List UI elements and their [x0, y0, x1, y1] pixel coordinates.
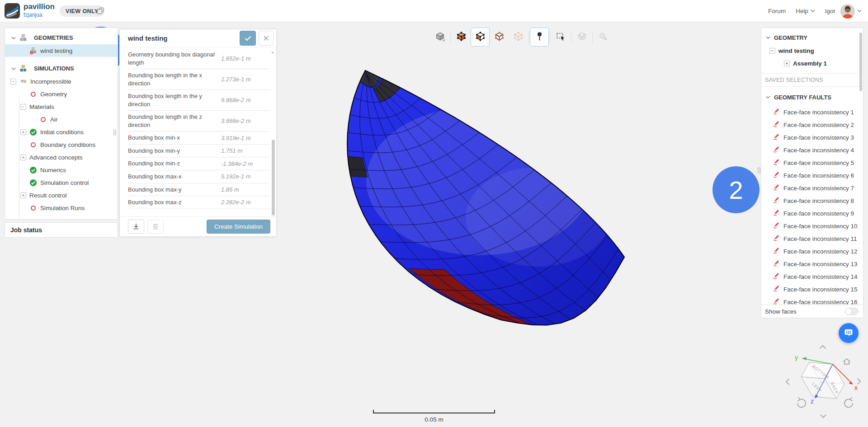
fault-item-label: Face-face inconsistency 11 — [783, 235, 857, 242]
geometry-faults-header[interactable]: GEOMETRY FAULTS — [761, 90, 863, 104]
navigation-cube[interactable]: BOTTOM LEFT BACK y x z — [782, 343, 868, 427]
property-row[interactable]: Bounding box length in the z direction3.… — [128, 111, 270, 131]
user-menu[interactable]: Igor — [825, 4, 862, 19]
fault-item-face-face-inconsistency-11[interactable]: Face-face inconsistency 11 — [761, 232, 863, 245]
fault-item-face-face-inconsistency-7[interactable]: Face-face inconsistency 7 — [761, 182, 863, 194]
tree-item-assembly-1[interactable]: + Assembly 1 — [761, 57, 863, 70]
delete-geometry-button[interactable] — [147, 220, 164, 234]
simulations-header-label: SIMULATIONS — [34, 65, 74, 72]
fault-item-face-face-inconsistency-16[interactable]: Face-face inconsistency 16 — [761, 296, 863, 305]
close-icon — [264, 36, 269, 41]
property-row[interactable]: Bounding box min-x3.919e-1 m — [128, 131, 270, 145]
property-row[interactable]: Bounding box max-y1.85 m — [128, 183, 270, 197]
tree-item-materials[interactable]: −Materials — [5, 100, 118, 113]
project-title: pavillion — [24, 3, 55, 11]
fault-item-face-face-inconsistency-8[interactable]: Face-face inconsistency 8 — [761, 194, 863, 207]
toggle-knob — [845, 308, 852, 315]
geometries-section-header[interactable]: GEOMETRIES — [5, 31, 118, 44]
simulations-section-header[interactable]: SIMULATIONS — [5, 61, 118, 75]
select-edge-button[interactable] — [490, 28, 509, 47]
hull-3d-model[interactable] — [271, 45, 651, 352]
properties-table[interactable]: Geometry bounding box diagonal length1.6… — [120, 47, 276, 216]
saved-selections-header[interactable]: SAVED SELECTIONS — [761, 73, 863, 87]
rotate-right-button[interactable] — [858, 379, 860, 384]
job-status-bar[interactable]: Job status — [5, 222, 118, 238]
green-check-icon — [29, 166, 37, 174]
property-row[interactable]: Bounding box length in the x direction1.… — [128, 69, 270, 90]
app-logo-icon[interactable] — [5, 3, 20, 19]
property-row[interactable]: Bounding box min-y1.751 m — [128, 145, 270, 158]
collapse-expander[interactable]: − — [20, 104, 26, 110]
tree-item-result-control[interactable]: +Result control — [5, 189, 118, 202]
fault-item-face-face-inconsistency-14[interactable]: Face-face inconsistency 14 — [761, 270, 863, 283]
tree-item-wind-testing[interactable]: wind testing — [5, 44, 118, 57]
chat-support-button[interactable] — [839, 323, 859, 343]
collapse-expander[interactable]: − — [10, 79, 16, 84]
fault-item-face-face-inconsistency-3[interactable]: Face-face inconsistency 3 — [761, 131, 863, 144]
fault-item-face-face-inconsistency-4[interactable]: Face-face inconsistency 4 — [761, 144, 863, 156]
scroll-up-arrow[interactable]: ▲ — [271, 50, 274, 54]
tree-item-air[interactable]: Air — [5, 113, 118, 126]
fault-item-face-face-inconsistency-10[interactable]: Face-face inconsistency 10 — [761, 220, 863, 232]
simulation-tree-panel: GEOMETRIESwind testing SIMULATIONS−Incom… — [5, 28, 118, 220]
box-select-button[interactable] — [551, 28, 570, 47]
tree-item-boundary-conditions[interactable]: Boundary conditions — [5, 138, 118, 151]
select-face-button[interactable] — [471, 28, 490, 47]
view-solid-cube-button[interactable] — [430, 28, 449, 47]
fault-item-face-face-inconsistency-1[interactable]: Face-face inconsistency 1 — [761, 106, 863, 118]
show-faces-toggle[interactable] — [845, 308, 859, 315]
select-volume-button[interactable] — [452, 28, 471, 47]
tree-item-geometry[interactable]: Geometry — [5, 88, 118, 100]
fault-item-face-face-inconsistency-5[interactable]: Face-face inconsistency 5 — [761, 156, 863, 169]
rotate-up-button[interactable] — [820, 346, 826, 348]
help-menu[interactable]: Help — [796, 8, 815, 14]
probe-point-button[interactable] — [530, 28, 549, 47]
fault-flag-icon — [773, 235, 780, 243]
tree-item-numerics[interactable]: Numerics — [5, 164, 118, 176]
property-row[interactable]: Bounding box min-z-1.384e-2 m — [128, 157, 270, 170]
tree-item-simulation-control[interactable]: Simulation control — [5, 176, 118, 189]
scroll-down-arrow[interactable]: ▼ — [271, 211, 274, 215]
property-row[interactable]: Geometry bounding box diagonal length1.6… — [128, 48, 270, 69]
fault-item-face-face-inconsistency-13[interactable]: Face-face inconsistency 13 — [761, 258, 863, 270]
home-view-button[interactable] — [844, 359, 850, 364]
fault-item-face-face-inconsistency-9[interactable]: Face-face inconsistency 9 — [761, 207, 863, 220]
fault-item-face-face-inconsistency-12[interactable]: Face-face inconsistency 12 — [761, 245, 863, 258]
tree-item-wind-testing[interactable]: − wind testing — [761, 44, 863, 57]
tree-item-simulation-runs[interactable]: Simulation Runs — [5, 202, 118, 214]
expand-expander[interactable]: + — [784, 61, 790, 66]
expand-expander[interactable]: + — [20, 192, 26, 198]
green-check-icon — [29, 179, 37, 187]
toolbar-separator — [528, 31, 529, 43]
geometry-section-header[interactable]: GEOMETRY — [761, 31, 863, 44]
project-owner[interactable]: fzjanjua — [24, 12, 55, 18]
tree-item-incompressible[interactable]: −Incompressible — [5, 75, 118, 88]
fault-item-face-face-inconsistency-15[interactable]: Face-face inconsistency 15 — [761, 283, 863, 296]
properties-scrollbar[interactable] — [272, 140, 275, 216]
confirm-button[interactable] — [240, 31, 256, 46]
expand-expander[interactable]: + — [20, 129, 26, 135]
tree-item-initial-conditions[interactable]: +Initial conditions — [5, 126, 118, 138]
panel-resize-handle[interactable] — [113, 129, 116, 136]
rotate-down-button[interactable] — [821, 415, 826, 418]
rotate-left-button[interactable] — [786, 379, 789, 385]
tree-item-advanced-concepts[interactable]: +Advanced concepts — [5, 151, 118, 164]
property-row[interactable]: Bounding box max-x5.192e-1 m — [128, 170, 270, 183]
property-row[interactable]: Bounding box length in the y direction9.… — [128, 90, 270, 111]
expand-expander[interactable]: + — [20, 155, 26, 160]
collapse-expander[interactable]: − — [769, 48, 775, 54]
fault-item-face-face-inconsistency-6[interactable]: Face-face inconsistency 6 — [761, 169, 863, 182]
create-simulation-button[interactable]: Create Simulation — [207, 220, 270, 234]
property-row[interactable]: Bounding box max-z2.282e-2 m — [128, 196, 270, 209]
forum-link[interactable]: Forum — [768, 8, 786, 14]
fault-flag-icon — [773, 121, 780, 129]
copy-project-icon[interactable] — [97, 7, 104, 15]
user-avatar[interactable] — [840, 4, 855, 19]
right-panel-scrollbar[interactable] — [859, 33, 862, 91]
fault-item-label: Face-face inconsistency 16 — [783, 299, 858, 305]
download-geometry-button[interactable] — [128, 220, 144, 234]
fault-item-face-face-inconsistency-2[interactable]: Face-face inconsistency 2 — [761, 118, 863, 131]
cubes-gray-icon — [19, 34, 27, 42]
right-panel-resize-handle[interactable] — [758, 167, 760, 174]
close-button[interactable] — [259, 31, 274, 46]
